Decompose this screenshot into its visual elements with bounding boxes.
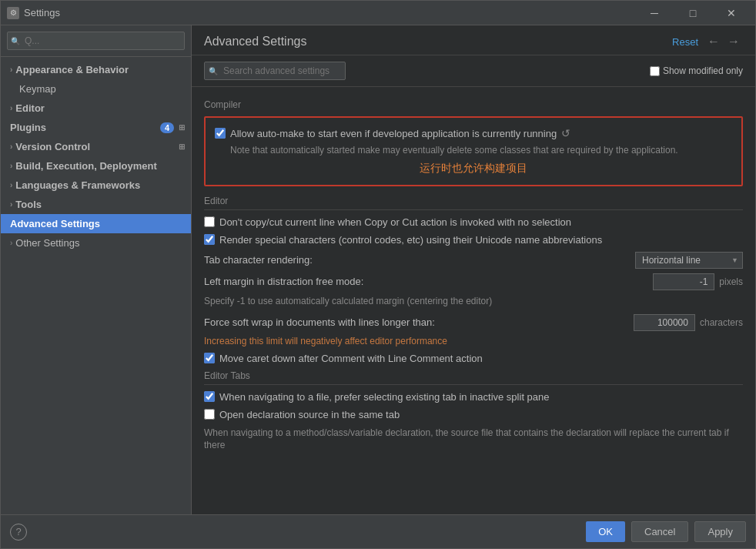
sidebar-item-build[interactable]: › Build, Execution, Deployment: [1, 156, 191, 176]
sidebar-item-label: Plugins: [10, 122, 160, 133]
compiler-section-header: Compiler: [204, 96, 743, 110]
reset-icon[interactable]: ↺: [561, 127, 570, 139]
window-title: Settings: [24, 7, 637, 18]
chevron-icon: ›: [10, 104, 12, 112]
sidebar-item-appearance[interactable]: › Appearance & Behavior: [1, 60, 191, 79]
chevron-icon: ›: [10, 200, 12, 209]
chevron-icon: ›: [10, 65, 12, 74]
sidebar-item-advanced[interactable]: Advanced Settings: [1, 214, 191, 233]
header-right: Reset ← →: [672, 35, 743, 49]
prefer-existing-tab-checkbox[interactable]: [204, 391, 215, 402]
sidebar-item-label: Tools: [15, 199, 185, 210]
sidebar-item-keymap[interactable]: Keymap: [1, 79, 191, 99]
content-area: Advanced Settings Reset ← → Show modifie…: [192, 25, 755, 514]
move-caret-label: Move caret down after Comment with Line …: [219, 353, 483, 364]
forward-button[interactable]: →: [724, 35, 743, 49]
left-margin-row: Left margin in distraction free mode: pi…: [204, 273, 743, 290]
open-declaration-label: Open declaration source in the same tab: [219, 409, 400, 420]
minimize-button[interactable]: ─: [637, 1, 672, 25]
sidebar-item-other[interactable]: › Other Settings: [1, 233, 191, 253]
footer-left: ?: [10, 524, 586, 541]
show-modified-checkbox[interactable]: [650, 66, 660, 76]
settings-body: Compiler Allow auto-make to start even i…: [192, 87, 755, 514]
no-copy-cut-row: Don't copy/cut current line when Copy or…: [204, 216, 743, 228]
sidebar-item-languages[interactable]: › Languages & Frameworks: [1, 176, 191, 195]
sidebar-item-tools[interactable]: › Tools: [1, 195, 191, 214]
cancel-button[interactable]: Cancel: [631, 521, 688, 542]
sidebar-item-plugins[interactable]: Plugins 4 ⊞: [1, 118, 191, 137]
prefer-existing-tab-row: When navigating to a file, prefer select…: [204, 391, 743, 403]
tab-rendering-control: Horizontal line Arrow None: [635, 252, 743, 269]
force-wrap-unit: characters: [700, 317, 743, 328]
window-controls: ─ □ ✕: [637, 1, 749, 25]
force-wrap-label: Force soft wrap in documents with lines …: [204, 316, 435, 328]
move-caret-row: Move caret down after Comment with Line …: [204, 353, 743, 364]
show-modified-text: Show modified only: [663, 65, 743, 76]
left-margin-input[interactable]: [653, 273, 714, 290]
prefer-existing-tab-label: When navigating to a file, prefer select…: [219, 391, 550, 403]
sidebar-item-label: Editor: [15, 102, 185, 114]
left-margin-control: pixels: [653, 273, 743, 290]
sidebar-search-input[interactable]: [7, 32, 185, 50]
titlebar: ⚙ Settings ─ □ ✕: [1, 1, 755, 25]
force-wrap-row: Force soft wrap in documents with lines …: [204, 314, 743, 331]
left-margin-label: Left margin in distraction free mode:: [204, 276, 363, 287]
auto-make-checkbox[interactable]: [215, 128, 226, 139]
sidebar-item-editor[interactable]: › Editor: [1, 99, 191, 118]
help-button[interactable]: ?: [10, 524, 27, 541]
search-bar: Show modified only: [192, 55, 755, 87]
maximize-button[interactable]: □: [675, 1, 711, 25]
footer: ? OK Cancel Apply: [1, 514, 755, 548]
grid-icon: ⊞: [179, 123, 185, 132]
sidebar-item-label: Advanced Settings: [10, 218, 185, 229]
app-icon: ⚙: [7, 7, 19, 19]
margin-hint: Specify -1 to use automatically calculat…: [204, 295, 743, 308]
show-modified-label[interactable]: Show modified only: [650, 65, 743, 76]
chevron-icon: ›: [10, 181, 12, 189]
apply-button[interactable]: Apply: [694, 521, 746, 542]
close-button[interactable]: ✕: [714, 1, 749, 25]
move-caret-checkbox[interactable]: [204, 353, 215, 363]
editor-tabs-section-header: Editor Tabs: [204, 370, 743, 385]
sidebar-item-label: Other Settings: [15, 237, 185, 249]
compiler-box: Allow auto-make to start even if develop…: [204, 116, 743, 186]
nav-arrows: ← →: [704, 35, 743, 49]
back-button[interactable]: ←: [704, 35, 723, 49]
grid-icon: ⊞: [179, 142, 185, 151]
footer-right: OK Cancel Apply: [586, 521, 746, 542]
tab-rendering-select[interactable]: Horizontal line Arrow None: [635, 252, 743, 269]
chevron-icon: ›: [10, 162, 12, 170]
page-title: Advanced Settings: [204, 35, 306, 49]
sidebar-item-label: Languages & Frameworks: [15, 179, 185, 191]
tab-rendering-row: Tab character rendering: Horizontal line…: [204, 252, 743, 269]
main-content: › Appearance & Behavior Keymap › Editor …: [1, 25, 755, 514]
settings-search-input[interactable]: [204, 62, 346, 80]
no-copy-cut-checkbox[interactable]: [204, 216, 215, 227]
sidebar-item-version-control[interactable]: › Version Control ⊞: [1, 137, 191, 156]
plugins-badge: 4: [160, 122, 174, 133]
reset-link[interactable]: Reset: [672, 36, 698, 48]
content-header: Advanced Settings Reset ← →: [192, 25, 755, 55]
render-special-checkbox[interactable]: [204, 234, 215, 245]
settings-window: ⚙ Settings ─ □ ✕ › Appearance & Behavior…: [0, 0, 756, 549]
no-copy-cut-label: Don't copy/cut current line when Copy or…: [219, 216, 571, 228]
force-wrap-control: characters: [634, 314, 743, 331]
force-wrap-input[interactable]: [634, 314, 695, 331]
force-wrap-hint: Increasing this limit will negatively af…: [204, 336, 743, 346]
chinese-note: 运行时也允许构建项目: [215, 162, 732, 176]
search-wrapper: [204, 62, 644, 80]
sidebar: › Appearance & Behavior Keymap › Editor …: [1, 25, 192, 514]
sidebar-search-area: [1, 25, 191, 57]
render-special-label: Render special characters (control codes…: [219, 234, 602, 246]
editor-section-header: Editor: [204, 196, 743, 210]
chevron-icon: ›: [10, 239, 12, 247]
sidebar-nav: › Appearance & Behavior Keymap › Editor …: [1, 57, 191, 514]
open-declaration-row: Open declaration source in the same tab: [204, 409, 743, 420]
open-declaration-checkbox[interactable]: [204, 409, 215, 420]
tab-rendering-label: Tab character rendering:: [204, 254, 313, 266]
sidebar-item-label: Version Control: [15, 141, 177, 152]
sidebar-item-label: Appearance & Behavior: [15, 64, 185, 75]
compiler-note: Note that automatically started make may…: [230, 144, 732, 157]
ok-button[interactable]: OK: [586, 521, 625, 542]
tab-rendering-select-wrapper: Horizontal line Arrow None: [635, 252, 743, 269]
